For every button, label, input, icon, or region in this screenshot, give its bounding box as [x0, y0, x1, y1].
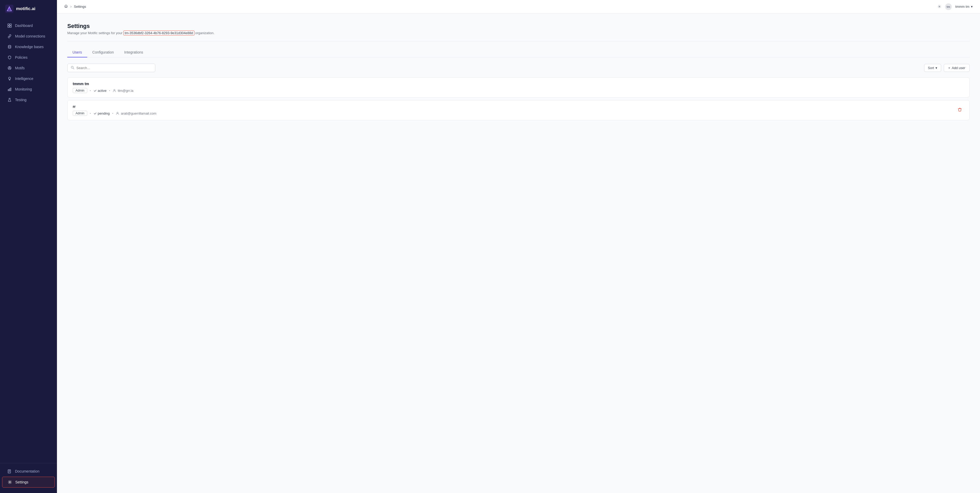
- dot-separator: •: [112, 112, 113, 115]
- chevron-down-icon: ▾: [971, 5, 973, 8]
- breadcrumb-separator: >: [70, 5, 72, 8]
- sidebar-item-documentation[interactable]: Documentation: [2, 466, 55, 476]
- dot-separator: •: [109, 89, 110, 92]
- sidebar-item-label: Dashboard: [15, 24, 33, 28]
- status-text: active: [98, 89, 107, 93]
- user-meta: Admin • active • ttm@grr.la: [73, 88, 133, 93]
- tabs: Users Configuration Integrations: [67, 48, 970, 57]
- database-icon: [7, 44, 12, 49]
- sidebar-item-dashboard[interactable]: Dashboard: [2, 21, 55, 31]
- svg-rect-4: [10, 24, 11, 25]
- status-indicator: active: [94, 89, 107, 93]
- sidebar-item-label: Model connections: [15, 34, 45, 38]
- sidebar-item-label: Policies: [15, 55, 27, 60]
- table-row: tmmm tm Admin • active • ttm@grr.la: [67, 77, 970, 98]
- role-badge: Admin: [73, 111, 87, 116]
- sidebar-nav: Dashboard Model connections Knowledge ba…: [0, 17, 57, 463]
- svg-rect-5: [8, 26, 9, 27]
- user-menu-button[interactable]: tmmm tm ▾: [955, 5, 973, 8]
- user-card-left: tmmm tm Admin • active • ttm@grr.la: [73, 82, 133, 93]
- main-area: > Settings ☀ tm tmmm tm ▾ Settings Manag…: [57, 0, 980, 493]
- delete-user-button[interactable]: [955, 106, 964, 114]
- svg-point-15: [71, 66, 73, 68]
- dot-separator: •: [90, 112, 91, 115]
- sidebar-item-label: Testing: [15, 98, 26, 102]
- add-user-button[interactable]: + Add user: [944, 64, 970, 72]
- grid-icon: [7, 23, 12, 28]
- beaker-icon: [7, 98, 12, 102]
- users-circle-icon: [7, 66, 12, 70]
- sidebar-item-label: Knowledge bases: [15, 45, 44, 49]
- search-row: Sort ▾ + Add user: [67, 63, 970, 72]
- chart-icon: [7, 87, 12, 92]
- svg-rect-10: [8, 89, 9, 91]
- search-icon: [71, 66, 74, 70]
- table-row: rr Admin • pending • arati@guerrillamail…: [67, 100, 970, 120]
- sidebar-item-knowledge-bases[interactable]: Knowledge bases: [2, 42, 55, 52]
- shield-icon: [7, 55, 12, 60]
- sidebar-item-label: Settings: [15, 480, 29, 484]
- user-meta: Admin • pending • arati@guerrillamail.co…: [73, 111, 156, 116]
- sidebar-item-label: Intelligence: [15, 76, 33, 81]
- sidebar-item-monitoring[interactable]: Monitoring: [2, 84, 55, 94]
- sidebar-bottom: Documentation Settings: [0, 463, 57, 493]
- sidebar-item-model-connections[interactable]: Model connections: [2, 31, 55, 41]
- link-icon: [7, 34, 12, 38]
- status-indicator: pending: [94, 111, 110, 115]
- tab-configuration[interactable]: Configuration: [87, 48, 119, 57]
- avatar: tm: [945, 3, 952, 10]
- topbar: > Settings ☀ tm tmmm tm ▾: [57, 0, 980, 13]
- sidebar-item-label: Motifs: [15, 66, 25, 70]
- plus-icon: +: [948, 66, 950, 70]
- sidebar-item-label: Monitoring: [15, 87, 32, 91]
- tab-users[interactable]: Users: [67, 48, 87, 57]
- search-box: [67, 63, 155, 72]
- user-email: ttm@grr.la: [113, 89, 133, 93]
- sidebar-item-testing[interactable]: Testing: [2, 95, 55, 105]
- search-input[interactable]: [76, 66, 152, 70]
- svg-rect-11: [9, 89, 10, 91]
- sidebar-item-policies[interactable]: Policies: [2, 52, 55, 63]
- divider: [67, 41, 970, 41]
- user-name: tmmm tm: [73, 82, 133, 86]
- tab-integrations[interactable]: Integrations: [119, 48, 148, 57]
- role-badge: Admin: [73, 88, 87, 93]
- sort-button[interactable]: Sort ▾: [924, 64, 942, 72]
- sidebar-item-intelligence[interactable]: Intelligence: [2, 73, 55, 84]
- bulb-icon: [7, 76, 12, 81]
- page-subtitle: Manage your Motific settings for your tm…: [67, 31, 970, 35]
- sidebar: motific.ai Dashboard Model connections K…: [0, 0, 57, 493]
- dot-separator: •: [90, 89, 91, 92]
- logo-text: motific.ai: [16, 6, 35, 11]
- user-name: rr: [73, 105, 156, 109]
- logo[interactable]: motific.ai: [0, 0, 57, 17]
- user-email: arati@guerrillamail.com: [116, 111, 156, 115]
- actions-right: Sort ▾ + Add user: [924, 64, 970, 72]
- svg-rect-12: [10, 88, 11, 91]
- home-icon[interactable]: [64, 5, 68, 9]
- sidebar-item-settings[interactable]: Settings: [2, 477, 55, 488]
- svg-rect-6: [10, 26, 11, 27]
- settings-icon: [8, 480, 12, 485]
- svg-point-7: [8, 45, 11, 46]
- page-title: Settings: [67, 23, 970, 30]
- content-area: Settings Manage your Motific settings fo…: [57, 13, 980, 493]
- theme-toggle-icon[interactable]: ☀: [937, 4, 942, 10]
- users-list: tmmm tm Admin • active • ttm@grr.la: [67, 77, 970, 120]
- user-name: tmmm tm: [955, 5, 969, 8]
- book-icon: [7, 469, 12, 474]
- svg-rect-3: [8, 24, 9, 25]
- svg-point-17: [117, 112, 118, 114]
- svg-point-9: [9, 67, 10, 68]
- svg-point-14: [9, 482, 11, 483]
- svg-point-16: [114, 89, 115, 91]
- topbar-right: ☀ tm tmmm tm ▾: [937, 3, 973, 10]
- sidebar-item-label: Documentation: [15, 469, 39, 473]
- breadcrumb-current: Settings: [74, 5, 86, 8]
- org-id: tm-3536dbf2-3264-4b76-8293-9e31d304e88d: [124, 30, 194, 35]
- status-text: pending: [98, 111, 110, 115]
- user-card-left: rr Admin • pending • arati@guerrillamail…: [73, 105, 156, 116]
- sidebar-item-motifs[interactable]: Motifs: [2, 63, 55, 73]
- breadcrumb: > Settings: [64, 5, 86, 9]
- chevron-down-icon: ▾: [935, 66, 937, 70]
